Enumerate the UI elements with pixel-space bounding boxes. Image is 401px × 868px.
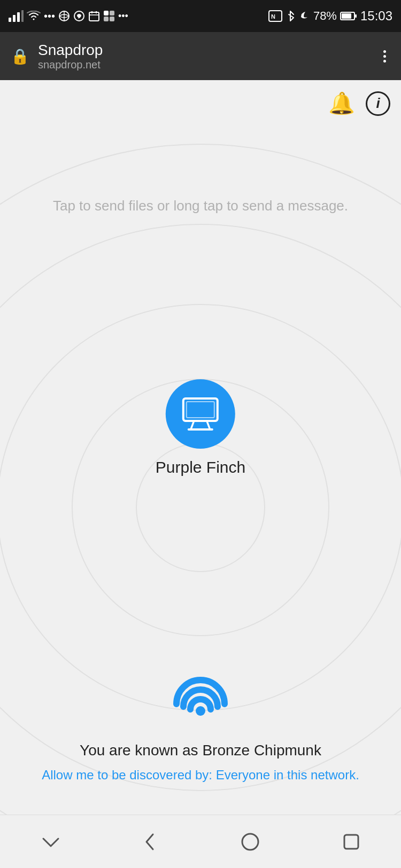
more-dot-2 [383,55,386,58]
browser-bar-left: 🔒 Snapdrop snapdrop.net [11,42,103,71]
svg-rect-0 [9,18,11,22]
status-bar: ••• ••• N [0,0,401,32]
dots-icon: ••• [44,10,55,22]
svg-point-22 [0,304,401,710]
device-circle[interactable] [166,379,235,449]
browser-title-group: Snapdrop snapdrop.net [38,42,103,71]
nfc-icon: N [268,10,282,22]
hint-text: Tap to send files or long tap to send a … [0,198,401,214]
monitor-icon [179,395,222,433]
more-dot-1 [383,50,386,53]
info-button[interactable]: i [366,91,390,116]
svg-rect-14 [110,17,114,21]
more-dots-icon: ••• [118,11,128,22]
battery-text: 78% [313,9,337,23]
bluetooth-icon [286,10,295,22]
svg-rect-12 [110,11,114,15]
self-section: You are known as Bronze Chipmunk Allow m… [0,664,401,783]
chevron-down-icon [41,834,60,849]
main-content: 🔔 i Tap to send files or long tap to sen… [0,80,401,868]
svg-rect-3 [21,10,24,22]
svg-text:N: N [271,13,275,20]
home-circle-icon [241,832,260,851]
svg-rect-7 [89,12,99,21]
browser-bar: 🔒 Snapdrop snapdrop.net [0,32,401,80]
info-letter: i [376,95,380,112]
status-right-icons: N 78% 15:03 [268,9,392,24]
svg-point-31 [242,834,258,850]
bell-icon[interactable]: 🔔 [328,91,355,116]
whatsapp-icon [73,10,85,22]
device-name-label: Purple Finch [156,458,245,476]
calendar-icon [88,10,100,22]
nav-bar [0,815,401,868]
discovery-link[interactable]: Allow me to be discovered by: Everyone i… [31,768,370,783]
snapdrop-logo [166,664,235,733]
svg-line-26 [191,421,194,429]
nav-recents[interactable] [334,825,368,859]
lock-icon: 🔒 [11,48,29,65]
battery-icon [340,11,357,21]
top-icons: 🔔 i [328,91,390,116]
nav-chevron-down[interactable] [33,826,69,858]
svg-rect-1 [13,15,16,22]
back-icon [143,832,158,851]
svg-rect-29 [187,402,214,418]
signal-icon [9,10,24,22]
svg-rect-19 [355,14,357,18]
square-icon [343,833,360,850]
svg-rect-18 [342,13,351,19]
svg-line-27 [207,421,210,429]
browser-title: Snapdrop [38,42,103,59]
more-dot-3 [383,60,386,62]
device-node-purple-finch[interactable]: Purple Finch [156,379,245,476]
svg-rect-11 [104,11,109,15]
widget-icon [103,10,115,22]
more-menu-button[interactable] [379,46,390,67]
moon-icon [298,10,310,22]
svg-rect-32 [344,835,358,849]
svg-rect-2 [17,12,20,22]
self-name-text: You are known as Bronze Chipmunk [80,742,321,759]
nav-home[interactable] [232,824,268,860]
vpn-icon [58,10,70,22]
time-display: 15:03 [360,9,392,24]
svg-point-30 [196,706,205,716]
status-left-icons: ••• ••• [9,10,128,22]
nav-back[interactable] [135,824,167,860]
browser-url: snapdrop.net [38,59,103,71]
svg-rect-13 [104,17,109,21]
wifi-icon [27,11,41,21]
